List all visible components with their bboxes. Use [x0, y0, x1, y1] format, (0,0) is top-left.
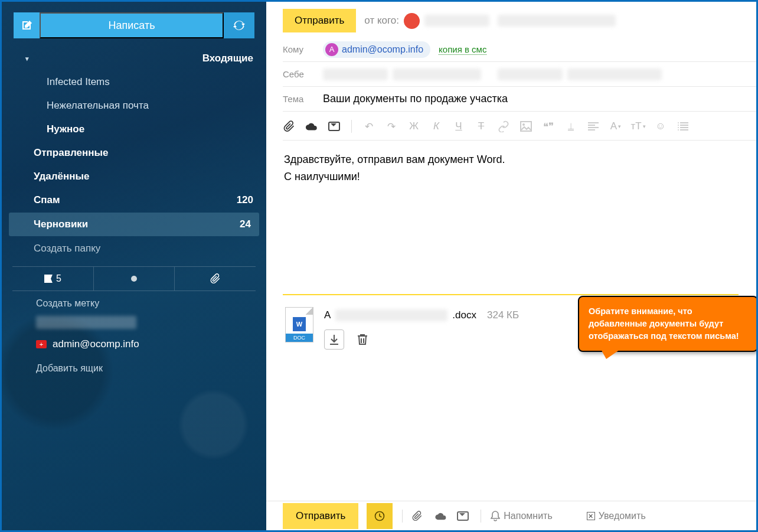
- self-redacted-1: [323, 68, 388, 80]
- send-button-bottom[interactable]: Отправить: [283, 503, 358, 529]
- account-row[interactable]: + admin@ocomp.info: [2, 332, 266, 356]
- underline-icon[interactable]: Ч: [452, 120, 465, 133]
- folder-deleted[interactable]: Удалённые: [2, 165, 266, 188]
- self-redacted-3: [498, 68, 563, 80]
- svg-point-2: [678, 122, 679, 123]
- bottom-cloud-icon[interactable]: [434, 512, 449, 520]
- body-line: Здравствуйте, отправил вам документ Word…: [284, 151, 739, 168]
- mail-attach-icon[interactable]: [328, 120, 341, 133]
- account-email: admin@ocomp.info: [53, 338, 139, 350]
- file-thumbnail[interactable]: W DOC: [285, 307, 313, 342]
- cc-sms-link[interactable]: копия в смс: [439, 44, 486, 55]
- redo-icon[interactable]: ↷: [385, 120, 398, 133]
- folder-spam[interactable]: Спам 120: [2, 188, 266, 212]
- emoji-icon[interactable]: ☺: [654, 120, 667, 133]
- font-color-icon[interactable]: А▾: [609, 120, 622, 133]
- folder-label: Отправленные: [34, 147, 108, 159]
- label-dot[interactable]: [94, 267, 175, 291]
- notify-toggle[interactable]: Уведомить: [587, 511, 646, 521]
- file-name-row: А .docx 324 КБ: [324, 309, 519, 321]
- word-icon: W: [293, 317, 306, 331]
- schedule-send-button[interactable]: [367, 503, 393, 529]
- italic-icon[interactable]: К: [430, 120, 443, 133]
- clear-format-icon[interactable]: ⟂: [564, 120, 577, 133]
- list-icon[interactable]: [677, 120, 690, 133]
- bottom-mail-icon[interactable]: [457, 511, 471, 521]
- recipient-chip[interactable]: А admin@ocomp.info: [323, 41, 430, 58]
- compose-pane: Отправить от кого: Кому А admin@ocomp.in…: [266, 2, 756, 530]
- create-folder-link[interactable]: Создать папку: [2, 237, 266, 260]
- folder-label: Нежелательная почта: [47, 100, 149, 112]
- recipient-avatar: А: [325, 43, 338, 56]
- from-name-redacted: [424, 15, 489, 27]
- strike-icon[interactable]: Т: [475, 120, 488, 133]
- bottom-attach-icon[interactable]: [412, 511, 426, 521]
- remind-toggle[interactable]: Напомнить: [491, 511, 552, 521]
- editor-toolbar: ↶ ↷ Ж К Ч Т ❝❞ ⟂ А▾ тТ▾ ☺: [283, 112, 756, 141]
- subject-label: Тема: [283, 94, 323, 104]
- folder-inbox[interactable]: Входящие: [2, 47, 266, 70]
- recipient-address: admin@ocomp.info: [342, 44, 423, 55]
- folder-label: Infected Items: [47, 76, 110, 88]
- delete-attachment-button[interactable]: [352, 329, 373, 350]
- file-name-redacted: [335, 309, 447, 321]
- bell-icon: [491, 511, 500, 521]
- font-size-icon[interactable]: тТ▾: [632, 120, 645, 133]
- folder-label: Нужное: [47, 123, 84, 135]
- folder-label: Входящие: [202, 53, 253, 64]
- file-name-prefix: А: [324, 309, 331, 321]
- link-icon[interactable]: [497, 120, 510, 133]
- undo-icon[interactable]: ↶: [362, 120, 375, 133]
- folder-drafts[interactable]: Черновики 24: [9, 213, 259, 236]
- subject-input[interactable]: [323, 89, 739, 109]
- label-flag[interactable]: 5: [12, 267, 94, 291]
- compose-new-window-button[interactable]: [14, 12, 40, 38]
- file-size: 324 КБ: [487, 309, 519, 321]
- separator: [481, 510, 481, 523]
- folder-junk[interactable]: Нежелательная почта: [2, 94, 266, 118]
- separator: [402, 510, 403, 523]
- cloud-attach-icon[interactable]: [305, 120, 318, 133]
- folder-label: Черновики: [34, 218, 88, 230]
- doc-label: DOC: [286, 334, 313, 342]
- file-ext: .docx: [452, 309, 476, 321]
- redacted-area: [36, 316, 136, 329]
- email-body[interactable]: Здравствуйте, отправил вам документ Word…: [283, 141, 756, 294]
- self-label: Себе: [283, 69, 323, 79]
- bold-icon[interactable]: Ж: [407, 120, 420, 133]
- to-label: Кому: [283, 44, 323, 54]
- svg-point-3: [678, 125, 679, 126]
- refresh-button[interactable]: [224, 12, 254, 38]
- separator: [351, 120, 352, 133]
- remind-label: Напомнить: [504, 511, 552, 521]
- attach-file-icon[interactable]: [283, 120, 296, 133]
- svg-point-5: [678, 129, 679, 130]
- label-attach[interactable]: [175, 267, 256, 291]
- account-flag-icon: +: [36, 340, 47, 348]
- dot-icon: [131, 276, 137, 282]
- checkbox-icon: [587, 512, 595, 520]
- send-button-top[interactable]: Отправить: [283, 9, 356, 32]
- folder-infected[interactable]: Infected Items: [2, 70, 266, 94]
- notify-label: Уведомить: [599, 511, 646, 521]
- annotation-callout: Обратите внимание, что добавленные докум…: [578, 296, 756, 352]
- body-line: С наилучшими!: [284, 168, 739, 185]
- svg-point-1: [522, 123, 525, 126]
- quote-icon[interactable]: ❝❞: [542, 120, 555, 133]
- bottom-toolbar: Отправить Напомнить Уведомить: [266, 501, 756, 530]
- download-attachment-button[interactable]: [324, 329, 344, 350]
- from-address-redacted: [498, 15, 616, 27]
- folder-count: 120: [237, 194, 253, 206]
- folder-important[interactable]: Нужное: [2, 118, 266, 141]
- self-redacted-4: [567, 68, 662, 80]
- folder-count: 24: [240, 218, 251, 230]
- image-icon[interactable]: [520, 120, 532, 133]
- flag-count: 5: [56, 273, 61, 284]
- add-mailbox-link[interactable]: Добавить ящик: [2, 356, 266, 380]
- folder-sent[interactable]: Отправленные: [2, 141, 266, 165]
- compose-button[interactable]: Написать: [40, 12, 224, 38]
- align-icon[interactable]: [587, 120, 600, 133]
- from-avatar[interactable]: [404, 13, 420, 29]
- create-label-link[interactable]: Создать метку: [2, 291, 266, 315]
- svg-point-4: [678, 127, 679, 128]
